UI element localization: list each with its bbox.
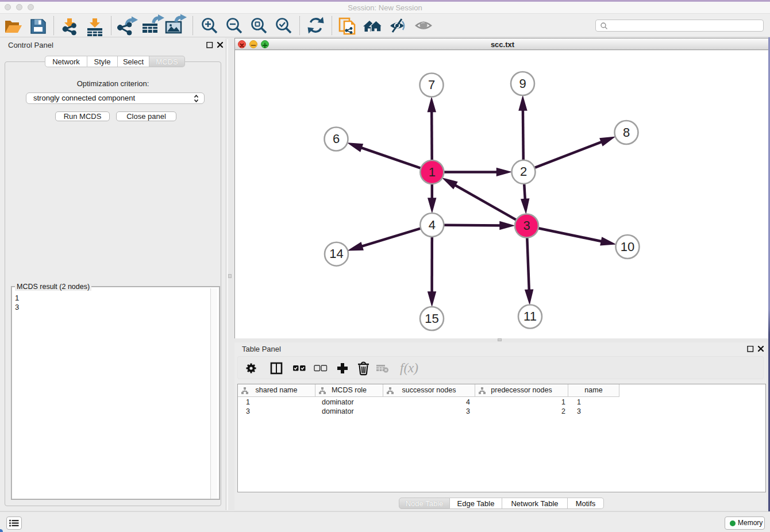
svg-text:4: 4 xyxy=(429,218,436,232)
svg-text:7: 7 xyxy=(428,78,435,92)
svg-text:2: 2 xyxy=(520,164,527,179)
svg-text:8: 8 xyxy=(623,125,630,140)
svg-text:1: 1 xyxy=(429,165,436,179)
svg-text:3: 3 xyxy=(523,218,530,233)
svg-text:6: 6 xyxy=(333,132,340,146)
svg-text:9: 9 xyxy=(519,76,526,91)
svg-text:11: 11 xyxy=(523,309,537,323)
svg-text:14: 14 xyxy=(329,246,343,261)
svg-text:f(x): f(x) xyxy=(400,361,418,375)
svg-text:10: 10 xyxy=(621,240,634,254)
svg-text:15: 15 xyxy=(425,311,438,326)
